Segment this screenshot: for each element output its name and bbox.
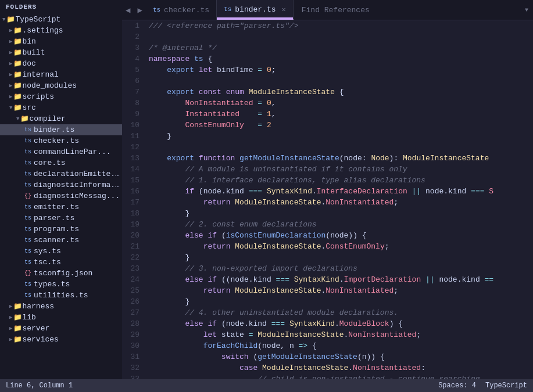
line-content[interactable]: else if (isConstEnumDeclaration(node)) { bbox=[149, 230, 533, 241]
statusbar-language: TypeScript bbox=[485, 382, 527, 390]
line-number: 24 bbox=[122, 274, 149, 285]
tree-item-types-ts[interactable]: tstypes.ts bbox=[0, 279, 122, 290]
code-editor[interactable]: 1/// <reference path="parser.ts"/>23/* @… bbox=[122, 20, 533, 379]
tree-item--settings[interactable]: ▶ 📁.settings bbox=[0, 25, 122, 36]
line-content[interactable]: export function getModuleInstanceState(n… bbox=[149, 153, 533, 164]
tree-item-server[interactable]: ▶ 📁server bbox=[0, 323, 122, 334]
line-number: 3 bbox=[122, 42, 149, 53]
tree-item-utilities-ts[interactable]: tsutilities.ts bbox=[0, 290, 122, 301]
chevron-icon: ▶ bbox=[9, 71, 12, 78]
tree-item-parser-ts[interactable]: tsparser.ts bbox=[0, 213, 122, 224]
tree-item-lib[interactable]: ▶ 📁lib bbox=[0, 312, 122, 323]
line-content[interactable]: return ModuleInstanceState.NonInstantiat… bbox=[149, 197, 533, 208]
tree-item-built[interactable]: ▶ 📁built bbox=[0, 47, 122, 58]
line-number: 13 bbox=[122, 153, 149, 164]
line-content[interactable]: NonInstantiated = 0, bbox=[149, 98, 533, 109]
chevron-icon: ▶ bbox=[9, 49, 12, 56]
tree-item-doc[interactable]: ▶ 📁doc bbox=[0, 58, 122, 69]
line-content[interactable]: switch (getModuleInstanceState(n)) { bbox=[149, 351, 533, 362]
line-number: 4 bbox=[122, 53, 149, 64]
tree-item-program-ts[interactable]: tsprogram.ts bbox=[0, 224, 122, 235]
line-content[interactable]: case ModuleInstanceState.NonInstantiated… bbox=[149, 362, 533, 373]
code-line-27: 27 // 4. other uninstantiated module dec… bbox=[122, 307, 533, 318]
tab-nav-next[interactable]: ▶ bbox=[134, 0, 145, 20]
line-content[interactable]: Instantiated = 1, bbox=[149, 109, 533, 120]
chevron-icon: ▶ bbox=[9, 60, 12, 67]
line-content[interactable]: // 3. non-exported import declarations bbox=[149, 263, 533, 274]
line-number: 31 bbox=[122, 351, 149, 362]
line-content[interactable]: // 1. interface declarations, type alias… bbox=[149, 175, 533, 186]
statusbar: Line 6, Column 1 Spaces: 4 TypeScript bbox=[0, 379, 533, 392]
tree-item-label: internal bbox=[22, 70, 58, 79]
tab-overflow-button[interactable]: ▼ bbox=[520, 0, 533, 20]
tree-item-emitter-ts[interactable]: tsemitter.ts bbox=[0, 202, 122, 213]
tree-item-internal[interactable]: ▶ 📁internal bbox=[0, 69, 122, 80]
line-number: 32 bbox=[122, 362, 149, 373]
line-content[interactable]: forEachChild(node, n => { bbox=[149, 340, 533, 351]
line-content[interactable]: ConstEnumOnly = 2 bbox=[149, 120, 533, 131]
line-number: 29 bbox=[122, 329, 149, 340]
line-content[interactable]: } bbox=[149, 208, 533, 219]
ts-icon: ts bbox=[23, 204, 33, 210]
tree-item-services[interactable]: ▶ 📁services bbox=[0, 334, 122, 345]
tree-item-core-ts[interactable]: tscore.ts bbox=[0, 157, 122, 168]
main-area: ◀ ▶ ts checker.ts ts binder.ts ✕ Find Re… bbox=[122, 0, 533, 379]
tree-item-compiler[interactable]: ▼ 📁compiler bbox=[0, 113, 122, 124]
line-content[interactable]: /// <reference path="parser.ts"/> bbox=[149, 20, 533, 31]
line-content[interactable]: return ModuleInstanceState.NonInstantiat… bbox=[149, 285, 533, 296]
line-content[interactable]: } bbox=[149, 296, 533, 307]
ts-file-icon: ts bbox=[153, 6, 160, 13]
tree-item-checker-ts[interactable]: tschecker.ts bbox=[0, 135, 122, 146]
line-content[interactable]: else if ((node.kind === SyntaxKind.Impor… bbox=[149, 274, 533, 285]
line-content[interactable]: // 2. const enum declarations bbox=[149, 219, 533, 230]
file-tree: ▼ 📁TypeScript▶ 📁.settings▶ 📁bin▶ 📁built▶… bbox=[0, 14, 122, 345]
tree-item-commandlinepar---[interactable]: tscommandLinePar... bbox=[0, 146, 122, 157]
tree-item-harness[interactable]: ▶ 📁harness bbox=[0, 301, 122, 312]
tree-item-src[interactable]: ▼ 📁src bbox=[0, 102, 122, 113]
tree-item-sys-ts[interactable]: tssys.ts bbox=[0, 246, 122, 257]
line-content[interactable]: // 4. other uninstantiated module declar… bbox=[149, 307, 533, 318]
tab-binder[interactable]: ts binder.ts ✕ bbox=[217, 0, 294, 20]
tab-find-references[interactable]: Find References bbox=[294, 0, 520, 20]
folder-icon: 📁 bbox=[20, 114, 29, 123]
tab-checker[interactable]: ts checker.ts bbox=[146, 0, 217, 20]
ts-icon: ts bbox=[23, 281, 33, 287]
tree-item-label: built bbox=[22, 48, 45, 57]
tree-item-label: doc bbox=[22, 59, 35, 68]
chevron-icon: ▼ bbox=[16, 116, 19, 122]
tree-item-binder-ts[interactable]: tsbinder.ts bbox=[0, 124, 122, 135]
line-content[interactable]: let state = ModuleInstanceState.NonInsta… bbox=[149, 329, 533, 340]
line-content[interactable]: /* @internal */ bbox=[149, 42, 533, 53]
line-number: 19 bbox=[122, 219, 149, 230]
tree-item-label: node_modules bbox=[22, 81, 77, 90]
tree-item-bin[interactable]: ▶ 📁bin bbox=[0, 36, 122, 47]
tree-item-scanner-ts[interactable]: tsscanner.ts bbox=[0, 235, 122, 246]
line-content[interactable]: if (node.kind === SyntaxKind.InterfaceDe… bbox=[149, 186, 533, 197]
tree-item-label: core.ts bbox=[34, 159, 66, 167]
tree-item-label: types.ts bbox=[34, 280, 70, 289]
tree-item-typescript[interactable]: ▼ 📁TypeScript bbox=[0, 14, 122, 25]
tab-close-button[interactable]: ✕ bbox=[282, 5, 286, 14]
code-line-19: 19 // 2. const enum declarations bbox=[122, 219, 533, 230]
chevron-icon: ▶ bbox=[9, 82, 12, 89]
folder-icon: 📁 bbox=[13, 48, 22, 57]
line-content[interactable]: export let bindTime = 0; bbox=[149, 64, 533, 75]
tree-item-node-modules[interactable]: ▶ 📁node_modules bbox=[0, 80, 122, 91]
line-content[interactable]: // child is non-instantiated - continue … bbox=[149, 373, 533, 379]
line-content[interactable]: export const enum ModuleInstanceState { bbox=[149, 87, 533, 98]
tree-item-scripts[interactable]: ▶ 📁scripts bbox=[0, 91, 122, 102]
line-content[interactable]: } bbox=[149, 131, 533, 142]
folder-icon: 📁 bbox=[13, 37, 22, 46]
tree-item-diagnosticinforma---[interactable]: tsdiagnosticInforma... bbox=[0, 179, 122, 190]
line-content[interactable]: else if (node.kind === SyntaxKind.Module… bbox=[149, 318, 533, 329]
line-content[interactable]: namespace ts { bbox=[149, 53, 533, 64]
line-content[interactable]: } bbox=[149, 252, 533, 263]
line-content[interactable]: return ModuleInstanceState.ConstEnumOnly… bbox=[149, 241, 533, 252]
tree-item-diagnosticmessag---[interactable]: {}diagnosticMessag... bbox=[0, 190, 122, 202]
tree-item-tsc-ts[interactable]: tstsc.ts bbox=[0, 257, 122, 268]
tree-item-label: harness bbox=[22, 302, 54, 311]
line-content[interactable]: // A module is uninstantiated if it cont… bbox=[149, 164, 533, 175]
tree-item-declarationemitte---[interactable]: tsdeclarationEmitte... bbox=[0, 168, 122, 179]
tab-nav-prev[interactable]: ◀ bbox=[122, 0, 134, 20]
tree-item-tsconfig-json[interactable]: {}tsconfig.json bbox=[0, 268, 122, 279]
